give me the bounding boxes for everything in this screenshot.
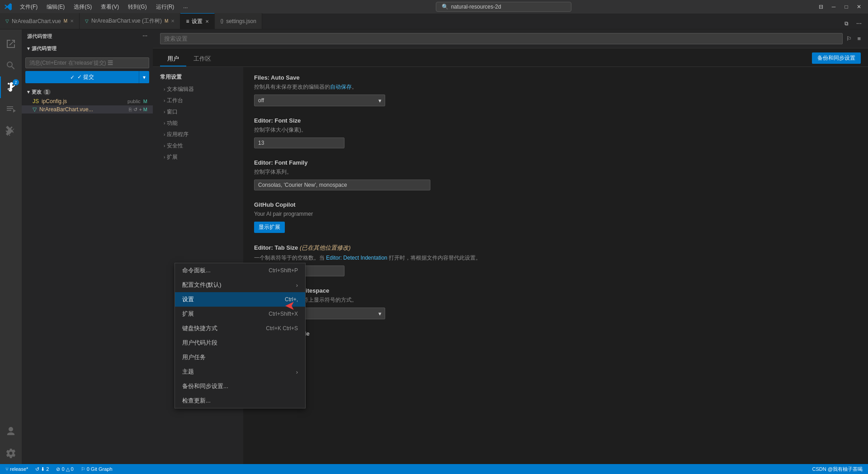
- filter-icon[interactable]: ⚐: [846, 35, 852, 42]
- sidebar-more-icon[interactable]: ⋯: [142, 33, 147, 39]
- error-icon: ⊘: [56, 466, 60, 472]
- context-menu: 命令面板... Ctrl+Shift+P 配置文件(默认) › 设置 Ctrl+…: [175, 263, 306, 408]
- setting-font-size: Editor: Font Size 控制字体大小(像素)。: [254, 117, 857, 148]
- menu-select[interactable]: 选择(S): [70, 2, 95, 12]
- maximize-button[interactable]: □: [841, 1, 852, 12]
- menu-item-label: 扩展: [182, 310, 194, 318]
- menu-item-shortcut: Ctrl+Shift+P: [269, 267, 298, 274]
- sync-settings-button[interactable]: 备份和同步设置: [812, 52, 861, 64]
- file-item-nrarea[interactable]: ▽ NrAreaBarChart.vue... ⎘ ↺ + M: [22, 105, 153, 114]
- detect-indentation-link[interactable]: Editor: Detect Indentation: [326, 255, 387, 261]
- nav-label: 文本编辑器: [167, 85, 194, 93]
- tab-nrarea-1[interactable]: ▽ NrAreaBarChart.vue M ✕: [0, 13, 80, 29]
- menu-item-sync[interactable]: 备份和同步设置...: [175, 379, 305, 393]
- file-item-ipconfig[interactable]: JS ipConfig.js public M: [22, 97, 153, 105]
- global-search-bar[interactable]: 🔍 natural-resources-2d: [436, 2, 571, 12]
- menu-item-user-snippets[interactable]: 用户代码片段: [175, 336, 305, 350]
- menu-item-label: 命令面板...: [182, 266, 211, 275]
- commit-dropdown-button[interactable]: ▾: [139, 71, 149, 83]
- show-extension-button[interactable]: 显示扩展: [254, 222, 285, 233]
- activity-run[interactable]: [0, 98, 22, 120]
- main-layout: 2 源代码管理: [0, 29, 868, 464]
- menu-item-label: 检查更新...: [182, 397, 211, 405]
- menu-run[interactable]: 运行(R): [152, 2, 178, 12]
- warning-count: 0: [71, 466, 74, 472]
- nav-workbench[interactable]: › 工作台: [153, 95, 243, 106]
- title-bar-right: ⊟ ─ □ ✕: [816, 1, 864, 12]
- layout-button[interactable]: ⊟: [816, 1, 826, 12]
- nav-label: 工作台: [167, 97, 183, 104]
- setting-title: Editor: Tab Size (已在其他位置修改): [254, 244, 857, 252]
- menu-item-command-palette[interactable]: 命令面板... Ctrl+Shift+P: [175, 263, 305, 278]
- close-button[interactable]: ✕: [854, 1, 864, 12]
- tab-settings-json[interactable]: {} settings.json: [215, 13, 262, 29]
- menu-item-label: 备份和同步设置...: [182, 382, 228, 390]
- activity-source-control[interactable]: 2: [0, 76, 22, 98]
- file-path: public: [127, 99, 141, 104]
- status-branch[interactable]: ⑂ release*: [4, 466, 30, 472]
- tab-close-icon[interactable]: ✕: [70, 19, 74, 24]
- more-tabs-icon[interactable]: ⋯: [854, 18, 864, 29]
- status-errors[interactable]: ⊘ 0 △ 0: [54, 466, 75, 472]
- status-bar-right: CSDN @我有柚子茶喝: [811, 466, 864, 473]
- nav-common-settings[interactable]: 常用设置: [153, 71, 243, 84]
- settings-main: Files: Auto Save 控制具有未保存更改的编辑器的自动保存。 off…: [243, 67, 868, 464]
- nav-security[interactable]: › 安全性: [153, 140, 243, 152]
- auto-save-link[interactable]: 自动保存: [330, 84, 352, 90]
- nav-extensions[interactable]: › 扩展: [153, 152, 243, 163]
- revert-icon[interactable]: ↺: [133, 107, 137, 113]
- menu-item-keyboard-shortcuts[interactable]: 键盘快捷方式 Ctrl+K Ctrl+S: [175, 321, 305, 336]
- split-editor-icon[interactable]: ⧉: [841, 18, 852, 29]
- commit-button[interactable]: ✓ ✓ 提交: [25, 71, 139, 83]
- nav-application[interactable]: › 应用程序: [153, 129, 243, 140]
- menu-goto[interactable]: 转到(G): [124, 2, 150, 12]
- tab-close-icon[interactable]: ✕: [205, 19, 209, 24]
- font-size-input[interactable]: [254, 137, 344, 148]
- activity-extensions[interactable]: [0, 120, 22, 142]
- tab-workspace[interactable]: 工作区: [186, 52, 218, 66]
- font-family-input[interactable]: [254, 180, 430, 190]
- settings-search-bar: ⚐ ≡: [153, 29, 868, 48]
- tab-label: NrAreaBarChart.vue: [12, 18, 61, 24]
- tab-nrarea-2[interactable]: ▽ NrAreaBarChart.vue (工作树) M ✕: [80, 13, 180, 29]
- chevron-right-icon: ›: [164, 132, 165, 137]
- menu-edit[interactable]: 编辑(E): [43, 2, 68, 12]
- warning-icon: △: [66, 466, 70, 472]
- chevron-right-icon: ›: [164, 155, 165, 160]
- settings-search-input[interactable]: [160, 33, 843, 44]
- menu-more[interactable]: ...: [179, 2, 191, 12]
- activity-search[interactable]: [0, 55, 22, 76]
- setting-cursor-style: Editor: Cursor Style 控制光标样式。: [254, 330, 857, 347]
- setting-desc: 控制光标样式。: [254, 339, 857, 347]
- tab-close-icon[interactable]: ✕: [171, 19, 175, 24]
- add-icon[interactable]: +: [139, 107, 142, 112]
- tab-icon: ▽: [5, 19, 9, 24]
- arrow-pointer: ➤: [285, 298, 295, 313]
- title-bar: 文件(F) 编辑(E) 选择(S) 查看(V) 转到(G) 运行(R) ... …: [0, 0, 868, 14]
- nav-text-editor[interactable]: › 文本编辑器: [153, 84, 243, 95]
- activity-settings-gear[interactable]: [0, 442, 22, 464]
- settings-tab-group: 用户 工作区: [160, 52, 218, 66]
- menu-item-check-updates[interactable]: 检查更新...: [175, 393, 305, 408]
- minimize-button[interactable]: ─: [828, 1, 839, 12]
- menu-view[interactable]: 查看(V): [97, 2, 123, 12]
- tab-user[interactable]: 用户: [160, 52, 186, 66]
- activity-explorer[interactable]: [0, 33, 22, 55]
- activity-account[interactable]: [0, 421, 22, 442]
- copy-icon[interactable]: ⎘: [129, 107, 132, 112]
- menu-item-theme[interactable]: 主题 ›: [175, 365, 305, 379]
- menu-file[interactable]: 文件(F): [16, 2, 41, 12]
- tab-settings[interactable]: ≡ 设置 ✕: [180, 13, 215, 29]
- status-sync[interactable]: ↺ ⬇ 2: [33, 466, 51, 472]
- auto-save-select[interactable]: off: [254, 95, 385, 106]
- more-settings-icon[interactable]: ≡: [857, 35, 861, 42]
- git-flag-icon: ⚐: [81, 466, 85, 472]
- nav-window[interactable]: › 窗口: [153, 106, 243, 118]
- nav-features[interactable]: › 功能: [153, 118, 243, 129]
- menu-item-label: 设置: [182, 295, 194, 303]
- menu-item-profiles[interactable]: 配置文件(默认) ›: [175, 278, 305, 292]
- status-git-graph[interactable]: ⚐ 0 Git Graph: [79, 466, 114, 472]
- menu-item-user-tasks[interactable]: 用户任务: [175, 350, 305, 365]
- setting-desc: 控制编辑器在空白字符上显示符号的方式。: [254, 296, 857, 304]
- commit-message-input[interactable]: [25, 57, 149, 68]
